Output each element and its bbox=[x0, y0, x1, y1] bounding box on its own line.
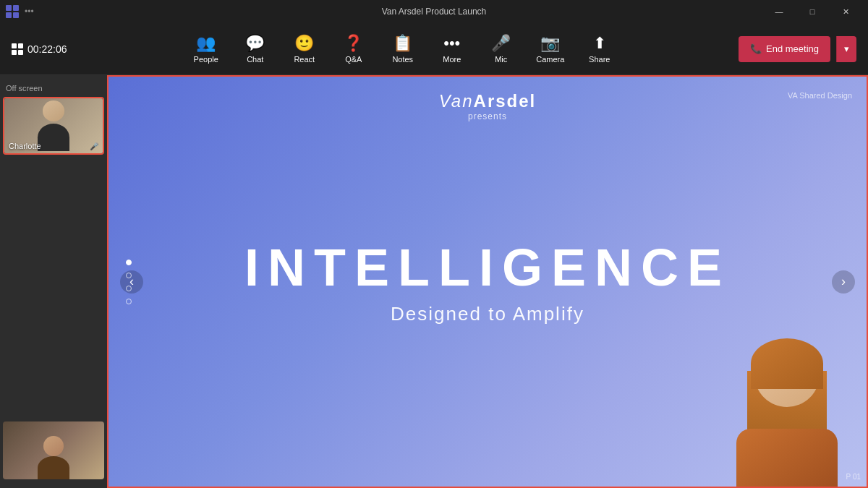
mic-button[interactable]: 🎤 Mic bbox=[478, 27, 524, 71]
chat-label: Chat bbox=[247, 55, 263, 64]
people-button[interactable]: 👥 People bbox=[183, 27, 229, 71]
slide-content: VanArsdel presents VA Shared Design INTE… bbox=[109, 77, 867, 487]
svg-rect-0 bbox=[6, 5, 12, 11]
notes-icon: 📋 bbox=[393, 34, 412, 53]
sidebar: Off screen Charlotte 🎤 bbox=[0, 75, 107, 488]
camera-label: Camera bbox=[536, 55, 564, 64]
slide-subtitle: Designed to Amplify bbox=[391, 303, 584, 325]
share-button[interactable]: ⬆ Share bbox=[576, 27, 623, 71]
app-dots: ••• bbox=[25, 7, 34, 17]
end-meeting-label: End meeting bbox=[766, 43, 819, 54]
presentation-area: VanArsdel presents VA Shared Design INTE… bbox=[107, 75, 868, 488]
slide-dot-3[interactable] bbox=[126, 286, 132, 291]
slide-header: VanArsdel presents bbox=[109, 91, 867, 121]
camera-button[interactable]: 📷 Camera bbox=[527, 27, 574, 71]
window-title: Van Arsdel Product Launch bbox=[382, 7, 487, 17]
presenter-hair-top bbox=[751, 338, 823, 389]
slide-dot-1[interactable] bbox=[126, 260, 132, 265]
presents-text: presents bbox=[439, 111, 537, 121]
slide-pagination bbox=[126, 260, 132, 304]
presenter-body bbox=[736, 429, 838, 487]
share-label: Share bbox=[589, 55, 610, 64]
slide-dot-4[interactable] bbox=[126, 299, 132, 304]
more-button[interactable]: ••• More bbox=[429, 27, 475, 71]
chat-icon: 💬 bbox=[245, 34, 265, 53]
meeting-timer: 00:22:06 bbox=[27, 43, 67, 55]
toolbar-right: 📞 End meeting ▾ bbox=[739, 36, 856, 62]
maximize-button[interactable]: □ bbox=[796, 0, 829, 23]
qa-icon: ❓ bbox=[344, 34, 363, 53]
off-screen-label: Off screen bbox=[0, 81, 107, 97]
slide-main-title: INTELLIGENCE bbox=[244, 238, 731, 297]
svg-rect-1 bbox=[13, 5, 19, 11]
toolbar: 00:22:06 👥 People 💬 Chat 🙂 React ❓ Q&A 📋… bbox=[0, 23, 868, 75]
end-meeting-dropdown-button[interactable]: ▾ bbox=[836, 36, 856, 62]
app-icon bbox=[6, 5, 19, 18]
presenter-person bbox=[715, 335, 859, 487]
slide-dot-2[interactable] bbox=[126, 273, 132, 278]
toolbar-center: 👥 People 💬 Chat 🙂 React ❓ Q&A 📋 Notes ••… bbox=[183, 27, 623, 71]
participant-charlotte[interactable]: Charlotte 🎤 bbox=[3, 97, 104, 155]
charlotte-mic-icon: 🎤 bbox=[90, 142, 98, 150]
close-button[interactable]: ✕ bbox=[829, 0, 862, 23]
timer-value: 00:22:06 bbox=[27, 43, 67, 55]
react-label: React bbox=[294, 55, 315, 64]
end-meeting-button[interactable]: 📞 End meeting bbox=[739, 36, 830, 62]
people-label: People bbox=[194, 55, 218, 64]
window-controls: — □ ✕ bbox=[762, 0, 862, 23]
van-arsdel-logo: VanArsdel presents bbox=[439, 91, 537, 121]
grid-icon bbox=[12, 43, 23, 55]
slide-next-button[interactable]: › bbox=[832, 270, 855, 294]
more-icon: ••• bbox=[443, 34, 460, 53]
main-area: Off screen Charlotte 🎤 bbox=[0, 75, 868, 488]
titlebar: ••• Van Arsdel Product Launch — □ ✕ bbox=[0, 0, 868, 23]
logo-text: VanArsdel bbox=[439, 91, 537, 111]
svg-rect-3 bbox=[13, 12, 19, 18]
qa-label: Q&A bbox=[345, 55, 362, 64]
toolbar-left: 00:22:06 bbox=[12, 43, 67, 55]
charlotte-name: Charlotte bbox=[9, 142, 41, 150]
participant-guest[interactable] bbox=[3, 421, 104, 479]
presenter-video-overlay bbox=[707, 328, 867, 487]
qa-button[interactable]: ❓ Q&A bbox=[331, 27, 377, 71]
notes-button[interactable]: 📋 Notes bbox=[380, 27, 426, 71]
more-label: More bbox=[443, 55, 461, 64]
presenter-figure bbox=[707, 328, 867, 487]
svg-rect-2 bbox=[6, 12, 12, 18]
share-icon: ⬆ bbox=[593, 34, 606, 53]
react-icon: 🙂 bbox=[294, 34, 314, 53]
mic-icon: 🎤 bbox=[491, 34, 511, 53]
page-indicator: P 01 bbox=[846, 473, 861, 481]
slide-top-right-text: VA Shared Design bbox=[788, 91, 852, 100]
people-icon: 👥 bbox=[196, 34, 216, 53]
end-meeting-phone-icon: 📞 bbox=[750, 43, 762, 54]
chat-button[interactable]: 💬 Chat bbox=[232, 27, 278, 71]
mic-label: Mic bbox=[495, 55, 507, 64]
slide-previous-button[interactable]: ‹ bbox=[120, 270, 143, 294]
chevron-right-icon: › bbox=[841, 274, 846, 289]
notes-label: Notes bbox=[392, 55, 413, 64]
react-button[interactable]: 🙂 React bbox=[281, 27, 328, 71]
minimize-button[interactable]: — bbox=[762, 0, 796, 23]
camera-icon: 📷 bbox=[540, 34, 560, 53]
chevron-down-icon: ▾ bbox=[844, 43, 849, 54]
